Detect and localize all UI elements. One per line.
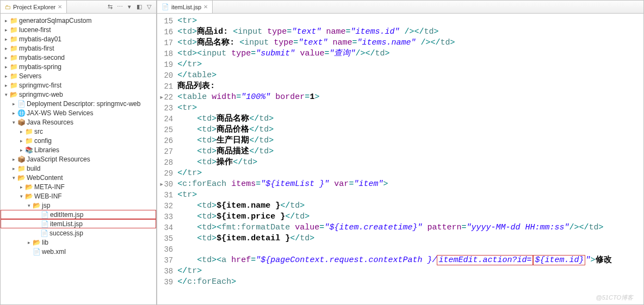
tree-item[interactable]: ▸📁src bbox=[1, 127, 156, 136]
expand-arrow-icon[interactable]: ▾ bbox=[18, 194, 24, 199]
tree-node-icon: 📂 bbox=[32, 202, 41, 209]
tree-node-icon: 📁 bbox=[17, 165, 26, 172]
tree-item[interactable]: ▸📁generatorSqlmapCustom bbox=[1, 16, 156, 25]
code-line[interactable]: <td><input type="submit" value="查询"/></t… bbox=[177, 48, 611, 59]
tree-node-label: web.xml bbox=[42, 248, 66, 256]
expand-arrow-icon[interactable]: ▸ bbox=[3, 73, 9, 79]
expand-arrow-icon[interactable]: ▸ bbox=[3, 64, 9, 70]
dropdown-icon[interactable]: ▽ bbox=[145, 3, 153, 10]
tree-item[interactable]: ▸📁mybatis-second bbox=[1, 53, 156, 62]
close-icon[interactable]: ✕ bbox=[203, 4, 208, 10]
tree-item[interactable]: ▸📁lucene-first bbox=[1, 25, 156, 34]
tree-item[interactable]: ▾📂springmvc-web bbox=[1, 90, 156, 99]
expand-arrow-icon[interactable]: ▸ bbox=[10, 157, 17, 162]
code-area[interactable]: <tr><td>商品id: <input type="text" name="i… bbox=[177, 14, 611, 304]
tree-node-icon: 📄 bbox=[40, 220, 49, 228]
tree-item[interactable]: ▸📁config bbox=[1, 136, 156, 145]
expand-arrow-icon[interactable]: ▸ bbox=[10, 101, 17, 107]
expand-arrow-icon[interactable]: ▸ bbox=[3, 55, 9, 60]
line-number: 16 bbox=[159, 27, 173, 38]
code-line[interactable]: </tr> bbox=[177, 266, 611, 277]
tree-node-icon: 📄 bbox=[32, 248, 41, 256]
line-number: ▸22 bbox=[159, 92, 173, 103]
code-line[interactable]: </tr> bbox=[177, 168, 611, 179]
expand-arrow-icon[interactable]: ▸ bbox=[3, 83, 9, 88]
tree-item[interactable]: ▸📄Deployment Descriptor: springmvc-web bbox=[1, 99, 156, 108]
tree-item[interactable]: ▸📁mybatis-day01 bbox=[1, 34, 156, 43]
minimize-icon[interactable]: ◧ bbox=[135, 3, 143, 10]
code-line[interactable]: <td>生产日期</td> bbox=[177, 135, 611, 146]
expand-arrow-icon[interactable]: ▾ bbox=[26, 203, 32, 208]
code-line[interactable]: <td><fmt:formatDate value="${item.create… bbox=[177, 222, 611, 233]
filter-icon[interactable]: ⋯ bbox=[116, 3, 123, 10]
tree-item[interactable]: ▾📂jsp bbox=[1, 201, 156, 210]
expand-arrow-icon[interactable]: ▸ bbox=[10, 166, 17, 171]
code-line[interactable]: <td>${item.name }</td> bbox=[177, 201, 611, 211]
code-line[interactable]: <td>操作</td> bbox=[177, 157, 611, 168]
code-line[interactable]: <td>商品名称</td> bbox=[177, 114, 611, 125]
editor-tab-label: itemList.jsp bbox=[171, 4, 201, 10]
expand-arrow-icon[interactable]: ▾ bbox=[10, 120, 17, 125]
tree-node-label: JavaScript Resources bbox=[27, 155, 90, 163]
tree-item[interactable]: ▾📦Java Resources bbox=[1, 117, 156, 127]
expand-arrow-icon[interactable]: ▸ bbox=[3, 46, 9, 51]
expand-arrow-icon[interactable]: ▾ bbox=[10, 175, 17, 180]
menu-icon[interactable]: ▾ bbox=[126, 3, 133, 10]
tree-item[interactable]: 📄editItem.jsp bbox=[1, 210, 156, 219]
tree-item[interactable]: ▸📁build bbox=[1, 164, 156, 173]
code-line[interactable]: <table width="100%" border=1> bbox=[177, 92, 611, 103]
code-line[interactable]: <td>商品价格</td> bbox=[177, 125, 611, 135]
tree-item[interactable]: 📄success.jsp bbox=[1, 228, 156, 238]
tree-node-icon: 📦 bbox=[17, 119, 26, 126]
expand-arrow-icon[interactable]: ▸ bbox=[18, 138, 24, 144]
line-number: 34 bbox=[159, 222, 173, 233]
tree-item[interactable]: ▸📚Libraries bbox=[1, 145, 156, 154]
code-line[interactable]: <td>${item.price }</td> bbox=[177, 211, 611, 222]
tree-item[interactable]: ▸📦JavaScript Resources bbox=[1, 154, 156, 164]
expand-arrow-icon[interactable]: ▸ bbox=[3, 18, 9, 23]
code-line[interactable]: <c:forEach items="${itemList }" var="ite… bbox=[177, 179, 611, 190]
project-explorer-tab[interactable]: 🗀 Project Explorer ✕ bbox=[1, 1, 67, 13]
code-line[interactable] bbox=[177, 244, 611, 255]
code-line[interactable]: <tr> bbox=[177, 16, 611, 27]
code-line[interactable]: <td>商品id: <input type="text" name="items… bbox=[177, 27, 611, 38]
tree-item[interactable]: ▸📂META-INF bbox=[1, 182, 156, 191]
code-line[interactable]: <td><a href="${pageContext.request.conte… bbox=[177, 255, 611, 266]
expand-arrow-icon[interactable]: ▸ bbox=[10, 110, 17, 116]
code-editor[interactable]: 15 16 17 18 19 20 21▸22 23 24 25 26 27 2… bbox=[157, 14, 643, 304]
tree-item[interactable]: ▸📁mybatis-spring bbox=[1, 62, 156, 71]
tree-node-label: src bbox=[34, 128, 43, 135]
code-line[interactable]: </tr> bbox=[177, 59, 611, 70]
expand-arrow-icon[interactable]: ▸ bbox=[18, 184, 24, 190]
expand-arrow-icon[interactable]: ▸ bbox=[3, 27, 9, 33]
tree-item[interactable]: ▸📁mybatis-first bbox=[1, 43, 156, 53]
expand-arrow-icon[interactable]: ▸ bbox=[18, 129, 24, 134]
expand-arrow-icon[interactable]: ▸ bbox=[3, 36, 9, 42]
code-line[interactable]: <td>商品描述</td> bbox=[177, 146, 611, 157]
code-line[interactable]: 商品列表: bbox=[177, 81, 611, 92]
expand-arrow-icon[interactable]: ▸ bbox=[18, 147, 24, 153]
tree-item[interactable]: ▾📂WebContent bbox=[1, 173, 156, 182]
tree-item[interactable]: 📄web.xml bbox=[1, 247, 156, 256]
editor-tab[interactable]: 📄 itemList.jsp ✕ bbox=[157, 1, 213, 13]
expand-arrow-icon[interactable]: ▸ bbox=[26, 240, 32, 245]
tree-item[interactable]: ▸📁Servers bbox=[1, 71, 156, 80]
tree-item[interactable]: 📄itemList.jsp bbox=[1, 219, 156, 228]
code-line[interactable]: <td>${item.detail }</td> bbox=[177, 233, 611, 244]
expand-arrow-icon[interactable]: ▾ bbox=[3, 92, 9, 97]
tree-item[interactable]: ▸📂lib bbox=[1, 238, 156, 247]
tree-item[interactable]: ▸🌐JAX-WS Web Services bbox=[1, 108, 156, 117]
code-line[interactable]: </c:forEach> bbox=[177, 277, 611, 288]
close-icon[interactable]: ✕ bbox=[58, 4, 62, 10]
tree-node-label: WebContent bbox=[27, 174, 63, 182]
project-tree[interactable]: ▸📁generatorSqlmapCustom▸📁lucene-first▸📁m… bbox=[1, 14, 156, 304]
code-line[interactable]: <td>商品名称: <input type="text" name="items… bbox=[177, 38, 611, 48]
code-line[interactable]: <tr> bbox=[177, 190, 611, 201]
link-icon[interactable]: ⇆ bbox=[106, 3, 114, 10]
tree-item[interactable]: ▾📂WEB-INF bbox=[1, 191, 156, 201]
code-line[interactable]: <tr> bbox=[177, 103, 611, 114]
tree-item[interactable]: ▸📁springmvc-first bbox=[1, 80, 156, 90]
tree-node-icon: 📁 bbox=[9, 63, 18, 71]
tree-node-icon: 📁 bbox=[9, 26, 18, 34]
code-line[interactable]: </table> bbox=[177, 70, 611, 81]
